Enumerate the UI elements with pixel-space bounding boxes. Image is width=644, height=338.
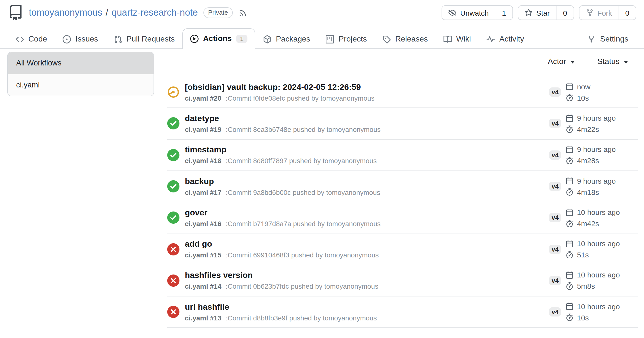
run-title-link[interactable]: hashfiles version xyxy=(185,270,549,281)
sidebar-item-all-workflows[interactable]: All Workflows xyxy=(8,52,154,74)
content-area: All Workflows ci.yaml Actor Status [obsi… xyxy=(0,49,644,338)
chevron-down-icon xyxy=(624,61,628,63)
calendar-icon xyxy=(566,177,574,185)
run-duration: 10s xyxy=(566,313,620,322)
tab-label: Packages xyxy=(276,35,310,43)
status-filter-label: Status xyxy=(597,57,620,66)
button-label: Fork xyxy=(597,8,612,17)
run-meta: v4 9 hours ago 4m18s xyxy=(549,176,638,197)
run-duration-text: 10s xyxy=(577,313,589,322)
run-status-in_progress-icon xyxy=(167,86,180,98)
run-meta: v4 9 hours ago 4m28s xyxy=(549,145,638,165)
run-title-link[interactable]: url hashfile xyxy=(185,302,549,312)
rss-feed-icon[interactable] xyxy=(239,8,247,17)
run-workflow-ref[interactable]: ci.yaml #16 xyxy=(185,220,221,228)
run-commit-description: :Commit 8d80ff7897 pushed by tomoyanonym… xyxy=(226,157,376,165)
fork-button[interactable]: Fork xyxy=(579,6,618,19)
run-times: 9 hours ago 4m28s xyxy=(566,145,616,165)
run-times: 9 hours ago 4m22s xyxy=(566,113,616,134)
unwatch-button[interactable]: Unwatch xyxy=(442,6,495,19)
star-button[interactable]: Star xyxy=(518,6,556,19)
sidebar-item-ci-yaml[interactable]: ci.yaml xyxy=(8,74,154,96)
run-workflow-ref[interactable]: ci.yaml #19 xyxy=(185,126,221,133)
run-subtitle: ci.yaml #18 :Commit 8d80ff7897 pushed by… xyxy=(185,156,549,165)
tab-pull-requests[interactable]: Pull Requests xyxy=(106,29,182,49)
run-time-text: 9 hours ago xyxy=(577,113,616,123)
run-workflow-ref[interactable]: ci.yaml #18 xyxy=(185,157,221,165)
tab-settings[interactable]: Settings xyxy=(580,29,636,49)
runner-version-badge: v4 xyxy=(549,213,561,222)
run-title-link[interactable]: backup xyxy=(185,176,549,186)
unwatch-button-group: Unwatch 1 xyxy=(442,5,513,20)
star-count[interactable]: 0 xyxy=(556,6,574,19)
stopwatch-icon xyxy=(566,188,574,196)
chevron-down-icon xyxy=(570,61,574,63)
workflow-run-row: add go ci.yaml #15 :Commit 69910468f3 pu… xyxy=(167,234,638,265)
run-workflow-ref[interactable]: ci.yaml #13 xyxy=(185,314,221,322)
tab-issues[interactable]: Issues xyxy=(55,29,106,49)
run-workflow-ref[interactable]: ci.yaml #17 xyxy=(185,188,221,196)
workflow-run-list: [obsidian] vault backup: 2024-02-05 12:2… xyxy=(167,77,638,338)
run-workflow-ref[interactable]: ci.yaml #15 xyxy=(185,251,221,259)
tab-wiki[interactable]: Wiki xyxy=(436,29,479,49)
run-info: url hashfile ci.yaml #13 :Commit d8b8fb3… xyxy=(185,302,549,322)
run-duration-text: 4m22s xyxy=(577,125,599,134)
actor-filter-dropdown[interactable]: Actor xyxy=(548,57,574,66)
tab-label: Pull Requests xyxy=(126,35,174,43)
run-meta: v4 10 hours ago 51s xyxy=(549,239,638,259)
run-times: 10 hours ago 5m8s xyxy=(566,270,620,291)
actor-filter-label: Actor xyxy=(548,57,566,66)
tab-label: Issues xyxy=(76,35,98,43)
run-duration-text: 4m42s xyxy=(577,219,599,228)
run-commit-description: :Commit 8ea3b6748e pushed by tomoyanonym… xyxy=(226,126,381,133)
run-meta: v4 10 hours ago 5m8s xyxy=(549,270,638,291)
tab-label: Code xyxy=(28,35,47,43)
workflows-sidebar: All Workflows ci.yaml xyxy=(7,52,154,96)
run-subtitle: ci.yaml #17 :Commit 9a8bd6b00c pushed by… xyxy=(185,188,549,197)
tab-activity[interactable]: Activity xyxy=(479,29,532,49)
run-commit-description: :Commit 69910468f3 pushed by tomoyanonym… xyxy=(226,251,379,259)
run-workflow-ref[interactable]: ci.yaml #20 xyxy=(185,94,221,102)
run-title-link[interactable]: [obsidian] vault backup: 2024-02-05 12:2… xyxy=(185,82,549,92)
run-title-link[interactable]: gover xyxy=(185,208,549,218)
tab-code[interactable]: Code xyxy=(8,29,55,49)
tab-packages[interactable]: Packages xyxy=(255,29,318,49)
run-subtitle: ci.yaml #14 :Commit 0b623b7fdc pushed by… xyxy=(185,282,549,291)
run-start-time: 9 hours ago xyxy=(566,145,616,154)
calendar-icon xyxy=(566,146,574,153)
github-actions-page: tomoyanonymous / quartz-research-note Pr… xyxy=(0,0,644,338)
run-start-time: 10 hours ago xyxy=(566,208,620,217)
tab-releases[interactable]: Releases xyxy=(374,29,436,49)
pulse-icon xyxy=(486,35,495,43)
button-label: Unwatch xyxy=(460,8,489,17)
fork-count[interactable]: 0 xyxy=(618,6,636,19)
tab-label: Settings xyxy=(600,35,628,43)
run-subtitle: ci.yaml #15 :Commit 69910468f3 pushed by… xyxy=(185,251,549,259)
run-title-link[interactable]: timestamp xyxy=(185,145,549,155)
run-title-link[interactable]: datetype xyxy=(185,113,549,124)
star-icon xyxy=(525,9,532,17)
tab-projects[interactable]: Projects xyxy=(318,29,375,49)
repo-breadcrumb: tomoyanonymous / quartz-research-note xyxy=(29,7,198,18)
run-workflow-ref[interactable]: ci.yaml #14 xyxy=(185,283,221,290)
run-time-text: 10 hours ago xyxy=(577,208,620,217)
repo-name-link[interactable]: quartz-research-note xyxy=(112,7,198,18)
run-duration-text: 4m18s xyxy=(577,187,599,197)
unwatch-count[interactable]: 1 xyxy=(495,6,512,19)
run-meta: v4 10 hours ago 4m42s xyxy=(549,208,638,228)
fork-button-group: Fork 0 xyxy=(579,5,636,20)
run-title-link[interactable]: add go xyxy=(185,239,549,249)
run-commit-description: :Commit b7197d8a7a pushed by tomoyanonym… xyxy=(226,220,381,228)
workflow-run-row: timestamp ci.yaml #18 :Commit 8d80ff7897… xyxy=(167,140,638,171)
run-duration: 51s xyxy=(566,250,620,259)
run-status-success-icon xyxy=(167,212,180,224)
stopwatch-icon xyxy=(566,314,574,321)
run-start-time: now xyxy=(566,82,590,91)
run-info: gover ci.yaml #16 :Commit b7197d8a7a pus… xyxy=(185,208,549,228)
status-filter-dropdown[interactable]: Status xyxy=(597,57,628,66)
workflow-run-row: [obsidian] vault backup: 2024-02-05 12:2… xyxy=(167,77,638,108)
wrench-icon xyxy=(587,35,596,43)
repo-owner-link[interactable]: tomoyanonymous xyxy=(29,7,102,18)
tab-actions[interactable]: Actions 1 xyxy=(182,28,255,49)
run-meta: v4 9 hours ago 4m22s xyxy=(549,113,638,134)
